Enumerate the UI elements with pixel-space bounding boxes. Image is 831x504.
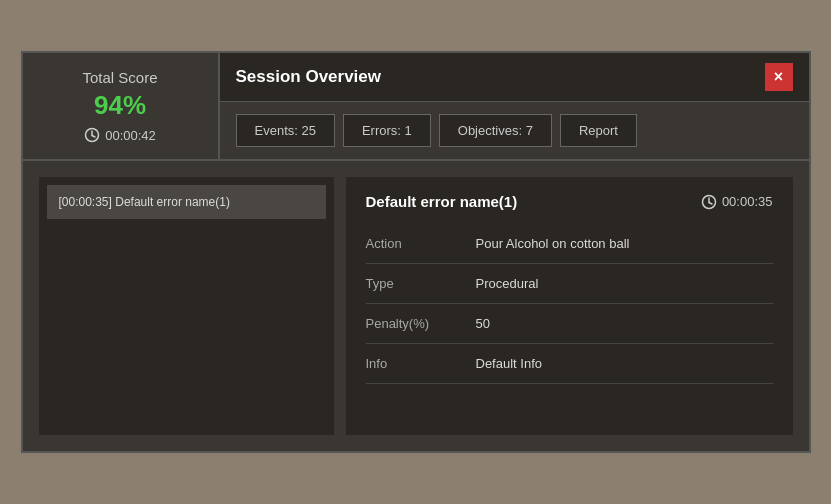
svg-line-5 [709, 202, 712, 204]
detail-row-action: Action Pour Alcohol on cotton ball [366, 224, 773, 264]
type-label: Type [366, 276, 476, 291]
nav-errors-button[interactable]: Errors: 1 [343, 114, 431, 147]
action-value: Pour Alcohol on cotton ball [476, 236, 630, 251]
nav-objectives-button[interactable]: Objectives: 7 [439, 114, 552, 147]
timer-row: 00:00:42 [84, 127, 156, 143]
close-button[interactable]: × [765, 63, 793, 91]
penalty-label: Penalty(%) [366, 316, 476, 331]
clock-icon [84, 127, 100, 143]
info-value: Default Info [476, 356, 543, 371]
detail-row-info: Info Default Info [366, 344, 773, 384]
svg-line-2 [92, 136, 95, 138]
type-value: Procedural [476, 276, 539, 291]
header: Total Score 94% 00:00:42 Session Overvie… [23, 53, 809, 159]
detail-panel: Default error name(1) 00:00:35 Action Po… [346, 177, 793, 435]
detail-row-penalty: Penalty(%) 50 [366, 304, 773, 344]
session-panel: Session Overview × Events: 25 Errors: 1 … [218, 53, 809, 159]
penalty-value: 50 [476, 316, 490, 331]
nav-report-button[interactable]: Report [560, 114, 637, 147]
detail-header: Default error name(1) 00:00:35 [366, 193, 773, 210]
nav-events-button[interactable]: Events: 25 [236, 114, 335, 147]
nav-bar: Events: 25 Errors: 1 Objectives: 7 Repor… [220, 102, 809, 159]
timer-value: 00:00:42 [105, 128, 156, 143]
detail-row-type: Type Procedural [366, 264, 773, 304]
session-title: Session Overview [236, 67, 382, 87]
score-panel: Total Score 94% 00:00:42 [23, 53, 218, 159]
score-value: 94% [94, 90, 146, 121]
error-item[interactable]: [00:00:35] Default error name(1) [47, 185, 326, 219]
session-title-bar: Session Overview × [220, 53, 809, 102]
main-container: Total Score 94% 00:00:42 Session Overvie… [21, 51, 811, 453]
action-label: Action [366, 236, 476, 251]
total-score-label: Total Score [82, 69, 157, 86]
errors-list: [00:00:35] Default error name(1) [39, 177, 334, 435]
detail-title: Default error name(1) [366, 193, 518, 210]
detail-time-row: 00:00:35 [701, 194, 773, 210]
content-area: [00:00:35] Default error name(1) Default… [23, 161, 809, 451]
detail-time-value: 00:00:35 [722, 194, 773, 209]
info-label: Info [366, 356, 476, 371]
detail-clock-icon [701, 194, 717, 210]
